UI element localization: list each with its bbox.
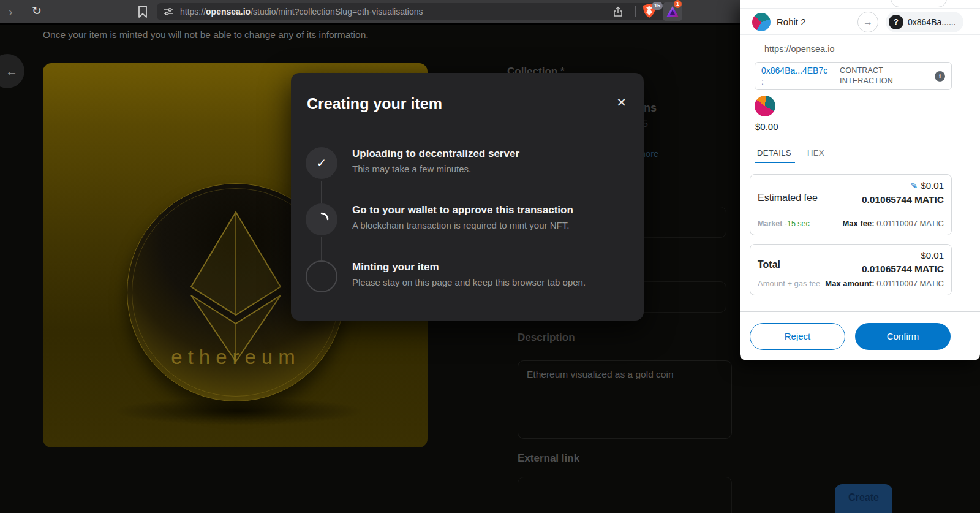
step1-status-icon: ✓ (306, 147, 337, 179)
step2-title: Go to your wallet to approve this transa… (352, 204, 573, 216)
max-amount: Max amount: 0.01110007 MATIC (825, 279, 944, 288)
total-usd: $0.01 (921, 250, 944, 260)
confirm-button[interactable]: Confirm (855, 323, 951, 350)
step3-status-icon (306, 260, 337, 292)
contract-address-text: 0x864Ba...4EB7c (761, 66, 827, 75)
create-button[interactable]: Create (835, 484, 892, 513)
ethereum-logo (184, 211, 288, 364)
address-short: 0x864Ba...... (908, 17, 956, 27)
market-time: -15 sec (785, 219, 810, 228)
modal-title: Creating your item (307, 95, 442, 113)
url-domain: opensea.io (206, 7, 251, 17)
edit-gas-icon[interactable]: ✎ (911, 181, 918, 191)
share-icon[interactable] (612, 6, 624, 17)
description-value: Ethereum visualized as a gold coin (527, 369, 674, 380)
mint-warning-text: Once your item is minted you will not be… (43, 29, 369, 40)
url-scheme: https:// (180, 7, 206, 17)
origin-url: https://opensea.io (764, 44, 834, 54)
step1-desc: This may take a few minutes. (352, 164, 471, 174)
shield-badge: 15 (652, 2, 663, 10)
total-matic: 0.01065744 MATIC (862, 264, 944, 275)
estimated-fee-card: Estimated fee Market -15 sec ✎$0.01 0.01… (750, 174, 952, 235)
spinner-icon (314, 212, 329, 227)
brave-rewards-icon[interactable]: 1 (663, 2, 682, 21)
step-connector (321, 237, 322, 260)
estimated-fee-label: Estimated fee (758, 192, 818, 203)
fee-matic: 0.01065744 MATIC (862, 194, 944, 205)
footer-divider (740, 311, 980, 312)
contract-address-pill[interactable]: ? 0x864Ba...... (886, 12, 963, 32)
contract-colon: : (761, 77, 764, 86)
close-icon[interactable]: ✕ (616, 95, 627, 110)
step3-desc: Please stay on this page and keep this b… (352, 277, 586, 287)
max-fee-value: 0.01110007 MATIC (876, 219, 944, 228)
wallet-header: Rohit 2 → ? 0x864Ba...... (740, 8, 980, 35)
brave-shield-icon[interactable]: 15 (642, 3, 659, 20)
total-card: Total Amount + gas fee $0.01 0.01065744 … (750, 244, 952, 295)
step2-desc: A blockchain transaction is required to … (352, 220, 569, 230)
wallet-popup: Rohit 2 → ? 0x864Ba...... https://opense… (740, 0, 980, 360)
step2-status-icon (306, 203, 337, 235)
description-textarea[interactable]: Ethereum visualized as a gold coin (518, 360, 732, 439)
coin-word: ethereum (127, 346, 344, 369)
gas-speed: Market -15 sec (758, 219, 810, 228)
url-text[interactable]: https://opensea.io/studio/mint?collectio… (180, 3, 423, 20)
step3-title: Minting your item (352, 261, 439, 273)
back-arrow-icon: ← (6, 64, 18, 78)
step1-title: Uploading to decentralized server (352, 148, 519, 160)
wallet-tabs: DETAILS HEX (740, 146, 980, 164)
network-pill-partial (891, 0, 947, 7)
site-settings-icon[interactable] (164, 7, 173, 17)
step-connector (321, 181, 322, 203)
description-label: Description (518, 332, 575, 344)
interaction-type: CONTRACT INTERACTION (840, 66, 919, 86)
total-label: Total (758, 259, 780, 270)
question-icon: ? (889, 15, 903, 29)
tab-hex[interactable]: HEX (807, 148, 824, 158)
external-link-label: External link (518, 452, 579, 465)
url-bar[interactable]: https://opensea.io/studio/mint?collectio… (157, 3, 676, 20)
screen: › ↻ https://opensea.io/studio/mint?colle… (0, 0, 980, 513)
max-fee: Max fee: 0.01110007 MATIC (843, 219, 944, 228)
back-button[interactable]: ← (0, 54, 24, 88)
max-amount-label: Max amount: (825, 279, 874, 288)
contract-address[interactable]: 0x864Ba...4EB7c: (761, 65, 840, 87)
toolbar-divider (635, 6, 636, 17)
contract-interaction-box: 0x864Ba...4EB7c: CONTRACT INTERACTION i (755, 62, 952, 90)
reload-icon[interactable]: ↻ (28, 2, 45, 20)
max-amount-value: 0.01110007 MATIC (876, 279, 944, 288)
tab-details[interactable]: DETAILS (757, 148, 791, 158)
amount-plus-gas-label: Amount + gas fee (758, 279, 820, 288)
forward-icon[interactable]: › (9, 3, 13, 20)
account-avatar[interactable] (752, 13, 771, 31)
account-name[interactable]: Rohit 2 (777, 17, 806, 27)
max-fee-label: Max fee: (843, 219, 875, 228)
market-label: Market (758, 219, 782, 228)
external-link-field[interactable] (518, 477, 732, 513)
reject-button[interactable]: Reject (750, 323, 845, 350)
bookmark-icon[interactable] (137, 5, 148, 18)
amount-usd: $0.00 (755, 121, 778, 132)
rewards-badge: 1 (674, 0, 682, 8)
url-path: /studio/mint?collectionSlug=eth-visualis… (251, 7, 423, 17)
token-avatar (755, 96, 775, 116)
arrow-right-icon: → (858, 12, 878, 32)
info-icon[interactable]: i (935, 71, 945, 82)
fee-usd-value: $0.01 (921, 180, 944, 191)
creating-item-modal: Creating your item ✕ ✓ Uploading to dece… (291, 73, 644, 321)
fee-usd: ✎$0.01 (911, 180, 944, 191)
check-icon: ✓ (306, 147, 337, 179)
